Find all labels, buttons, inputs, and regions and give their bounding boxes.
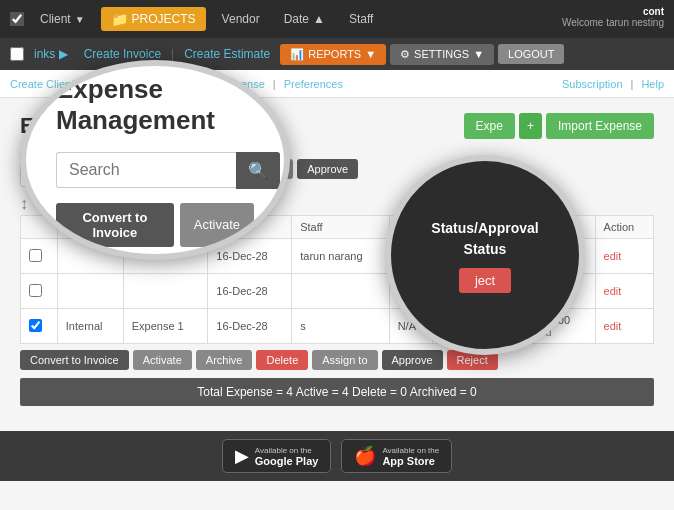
account-info: cont Welcome tarun nesting (562, 6, 664, 28)
nav-checkbox-2[interactable] (10, 47, 24, 61)
nav-divider-1: | (171, 47, 174, 61)
magnify-search-button[interactable]: 🔍 (236, 152, 280, 189)
magnify-status-label: Status/Approval Status (411, 218, 558, 260)
gear-icon: ⚙ (400, 48, 410, 61)
row3-checkbox[interactable] (21, 309, 58, 344)
apple-icon: 🍎 (354, 445, 376, 467)
bottom-delete-btn[interactable]: Delete (256, 350, 308, 370)
approve-button[interactable]: Approve (297, 159, 358, 179)
nav-links[interactable]: inks ▶ (28, 47, 74, 61)
plus-button[interactable]: + (519, 113, 542, 139)
row3-staff: s (292, 309, 389, 344)
row2-category (123, 274, 208, 309)
nav-staff[interactable]: Staff (341, 12, 381, 26)
chart-icon: 📊 (290, 48, 304, 61)
top-nav: Client ▼ 📁 PROJECTS Vendor Date ▲ Staff … (0, 0, 674, 38)
magnify-title: Expense Management (56, 74, 254, 136)
google-play-text: Available on the Google Play (255, 446, 319, 467)
row2-checkbox[interactable] (21, 274, 58, 309)
magnify-left-content: Expense Management 🔍 Convert to Invoice … (26, 60, 284, 260)
magnify-convert-button[interactable]: Convert to Invoice (56, 203, 174, 247)
bottom-activate-btn[interactable]: Activate (133, 350, 192, 370)
subscription-link[interactable]: Subscription (562, 78, 623, 90)
magnify-action-row: Convert to Invoice Activate (56, 203, 254, 247)
bottom-archive-btn[interactable]: Archive (196, 350, 253, 370)
nav-vendor[interactable]: Vendor (214, 12, 268, 26)
col-action: Action (595, 216, 653, 239)
row3-date: 16-Dec-28 (208, 309, 292, 344)
nav-create-estimate[interactable]: Create Estimate (178, 47, 276, 61)
bottom-convert-btn[interactable]: Convert to Invoice (20, 350, 129, 370)
nav-date[interactable]: Date ▲ (276, 12, 333, 26)
bottom-approve-btn[interactable]: Approve (382, 350, 443, 370)
nav-projects[interactable]: 📁 PROJECTS (101, 7, 206, 31)
google-play-button[interactable]: ▶ Available on the Google Play (222, 439, 332, 473)
row3-category: Expense 1 (123, 309, 208, 344)
magnify-search-circle: Expense Management 🔍 Convert to Invoice … (20, 60, 290, 260)
row1-action: edit (595, 239, 653, 274)
import-expense-button[interactable]: Import Expense (546, 113, 654, 139)
col-staff: Staff (292, 216, 389, 239)
breadcrumb-right: Subscription | Help (562, 78, 664, 90)
nav-create-invoice[interactable]: Create Invoice (78, 47, 167, 61)
expense-button[interactable]: Expe (464, 113, 515, 139)
row2-client (57, 274, 123, 309)
help-link[interactable]: Help (641, 78, 664, 90)
row2-action: edit (595, 274, 653, 309)
header-actions: Expe + Import Expense (464, 113, 654, 139)
nav-checkbox-1[interactable] (10, 12, 24, 26)
nav-client[interactable]: Client ▼ (32, 12, 93, 26)
magnify-search-row: 🔍 (56, 152, 254, 189)
row1-checkbox[interactable] (21, 239, 58, 274)
breadcrumb-preferences[interactable]: Preferences (284, 78, 343, 90)
magnify-reject-button[interactable]: ject (459, 268, 511, 293)
settings-button[interactable]: ⚙ SETTINGS ▼ (390, 44, 494, 65)
google-play-icon: ▶ (235, 445, 249, 467)
row3-action: edit (595, 309, 653, 344)
scroll-left-icon[interactable]: ↕ (20, 195, 28, 213)
bottom-action-buttons: Convert to Invoice Activate Archive Dele… (20, 350, 654, 370)
row2-date: 16-Dec-28 (208, 274, 292, 309)
second-nav: inks ▶ Create Invoice | Create Estimate … (0, 38, 674, 70)
reports-button[interactable]: 📊 REPORTS ▼ (280, 44, 386, 65)
magnify-search-input[interactable] (56, 152, 236, 188)
logout-button[interactable]: LOGOUT (498, 44, 564, 64)
footer-totals: Total Expense = 4 Active = 4 Delete = 0 … (20, 378, 654, 406)
magnify-status-circle: Status/Approval Status ject (385, 155, 585, 355)
bottom-assignto-btn[interactable]: Assign to (312, 350, 377, 370)
folder-icon: 📁 (111, 11, 128, 27)
row1-staff: tarun narang (292, 239, 389, 274)
row3-client: Internal (57, 309, 123, 344)
app-store-button[interactable]: 🍎 Available on the App Store (341, 439, 452, 473)
row2-staff (292, 274, 389, 309)
magnify-search-icon: 🔍 (248, 162, 268, 179)
app-store-text: Available on the App Store (382, 446, 439, 467)
app-store-row: ▶ Available on the Google Play 🍎 Availab… (0, 431, 674, 481)
